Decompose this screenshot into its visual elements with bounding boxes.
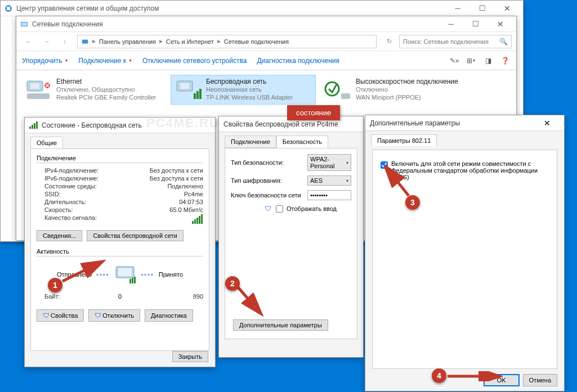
netconn-title: Сетевые подключения <box>32 20 439 28</box>
diagnose-button[interactable]: Диагностика <box>145 309 193 322</box>
close-button[interactable]: ✕ <box>488 17 513 31</box>
group-connection: Подключение <box>37 155 203 161</box>
cancel-button[interactable]: Отмена <box>523 374 557 386</box>
netcenter-icon <box>4 4 13 13</box>
broadband-icon <box>324 78 351 101</box>
svg-rect-4 <box>82 39 88 43</box>
diagnose[interactable]: Диагностика подключения <box>257 57 339 65</box>
bytes-received: 890 <box>193 293 203 300</box>
dialog-title: Свойства беспроводной сети Pc4me <box>223 120 338 128</box>
maximize-button[interactable]: ☐ <box>470 2 495 15</box>
title-bar: Центр управления сетями и общим доступом… <box>1 1 523 16</box>
title-bar: Дополнительные параметры ✕ <box>365 115 564 131</box>
details-button[interactable]: Сведения... <box>37 230 82 241</box>
marker-3: 3 <box>405 195 420 210</box>
conn-status: Отключено <box>356 85 458 93</box>
tab-80211[interactable]: Параметры 802.11 <box>371 134 437 146</box>
signal-icon <box>29 121 38 129</box>
arrow-3 <box>383 164 412 198</box>
connection-item-broadband[interactable]: Высокоскоростное подключение Отключено W… <box>320 75 466 105</box>
row-ipv4: IPv4-подключение:Без доступа к сети <box>37 166 203 174</box>
nav-bar: ← → ↑ ▶ Панель управления ▶ Сеть и Интер… <box>16 32 516 51</box>
svg-rect-19 <box>132 278 133 283</box>
disable-device[interactable]: Отключение сетевого устройства <box>142 57 247 65</box>
tab-connection[interactable]: Подключение <box>225 136 276 148</box>
row-bytes: Байт: 0 890 <box>37 292 203 300</box>
minimize-button[interactable]: ─ <box>439 17 463 31</box>
received-label: Принято <box>159 271 183 278</box>
connect-to-menu[interactable]: Подключение к ▼ <box>78 57 132 65</box>
divider <box>37 256 203 256</box>
help-icon[interactable]: ❓ <box>499 55 511 66</box>
key-row: Ключ безопасности сети <box>231 190 351 200</box>
crumb[interactable]: Сетевые подключения <box>224 38 289 45</box>
breadcrumb[interactable]: ▶ Панель управления ▶ Сеть и Интернет ▶ … <box>77 35 377 48</box>
key-input[interactable] <box>307 190 351 200</box>
minimize-button[interactable]: ─ <box>445 2 470 15</box>
tab-strip: Подключение Безопасность <box>219 132 363 148</box>
up-button[interactable]: ↑ <box>57 35 73 48</box>
wireless-icon <box>175 78 202 101</box>
shield-icon: 🛡 <box>265 205 271 213</box>
tab-strip: Общие <box>25 133 215 148</box>
svg-rect-12 <box>196 91 199 99</box>
callout-label: состояние <box>287 105 340 120</box>
maximize-button[interactable]: ☐ <box>463 17 488 31</box>
connection-item-wireless[interactable]: Беспроводная сеть Неопознанная сеть TP-L… <box>171 75 316 105</box>
search-input[interactable] <box>403 38 499 45</box>
rename-icon[interactable]: ✎» <box>449 55 460 66</box>
wireless-properties-dialog: Свойства беспроводной сети Pc4me Подключ… <box>218 116 364 358</box>
wireless-props-button[interactable]: Свойства беспроводной сети <box>87 230 183 241</box>
enc-row: Тип шифрования: AES▾ <box>231 175 351 186</box>
svg-line-23 <box>386 168 409 196</box>
marker-4: 4 <box>432 368 446 383</box>
fips-label: Включить для этой сети режим совместимос… <box>391 160 550 181</box>
svg-point-14 <box>325 82 339 96</box>
back-button[interactable]: ← <box>21 35 37 48</box>
show-chars-checkbox[interactable] <box>276 205 283 213</box>
enc-combo[interactable]: AES▾ <box>307 175 351 186</box>
view-options-icon[interactable]: ⊞ ▼ <box>466 55 477 66</box>
properties-button[interactable]: 🛡Свойства <box>37 309 84 322</box>
refresh-button[interactable]: ↻ <box>381 35 397 48</box>
svg-rect-10 <box>180 83 189 89</box>
advanced-dialog: Дополнительные параметры ✕ Параметры 802… <box>365 115 565 391</box>
row-duration: Длительность:04:07:53 <box>37 198 203 206</box>
close-button[interactable]: ✕ <box>544 119 560 128</box>
pc-icon <box>114 265 136 283</box>
close-button[interactable]: ✕ <box>495 2 520 15</box>
row-ipv6: IPv6-подключение:Без доступа к сети <box>37 174 203 182</box>
svg-rect-20 <box>134 277 136 283</box>
svg-rect-15 <box>341 93 350 99</box>
forward-button[interactable]: → <box>39 35 55 48</box>
row-quality: Качество сигнала: <box>37 214 203 224</box>
crumb[interactable]: Панель управления <box>99 38 156 45</box>
tab-general[interactable]: Общие <box>30 137 63 148</box>
preview-pane-icon[interactable]: ◨ <box>482 55 494 66</box>
conn-device: Realtek PCIe GBE Family Controller <box>56 93 156 101</box>
advanced-button[interactable]: Дополнительные параметры <box>233 319 328 331</box>
key-label: Ключ безопасности сети <box>231 192 304 199</box>
svg-rect-11 <box>194 93 196 99</box>
sec-type-combo[interactable]: WPA2-Personal▾ <box>307 154 351 171</box>
row-speed: Скорость:65.0 Мбит/c <box>37 206 203 214</box>
group-activity: Активность <box>37 248 203 255</box>
conn-device: WAN Miniport (PPPOE) <box>356 93 458 101</box>
conn-name: Ethernet <box>56 78 156 85</box>
marker-2: 2 <box>225 276 240 291</box>
tab-security[interactable]: Безопасность <box>276 136 328 148</box>
ethernet-icon <box>25 78 52 101</box>
conn-status: Неопознанная сеть <box>206 85 293 93</box>
organize-menu[interactable]: Упорядочить ▼ <box>22 57 68 65</box>
disable-button[interactable]: 🛡Отключить <box>88 309 140 322</box>
connections-area: Ethernet Отключено, Общедоступно Realtek… <box>16 70 516 109</box>
show-chars-row: 🛡 Отображать ввод <box>231 205 351 213</box>
row-media: Состояние среды:Подключено <box>37 182 203 190</box>
conn-name: Беспроводная сеть <box>206 78 293 85</box>
connection-item-ethernet[interactable]: Ethernet Отключено, Общедоступно Realtek… <box>21 75 166 105</box>
crumb[interactable]: Сеть и Интернет <box>166 38 214 45</box>
close-dialog-button[interactable]: Закрыть <box>172 351 208 362</box>
arrow-2 <box>236 286 265 317</box>
search-box[interactable]: 🔍 <box>399 35 512 48</box>
shield-icon: 🛡 <box>43 312 50 319</box>
